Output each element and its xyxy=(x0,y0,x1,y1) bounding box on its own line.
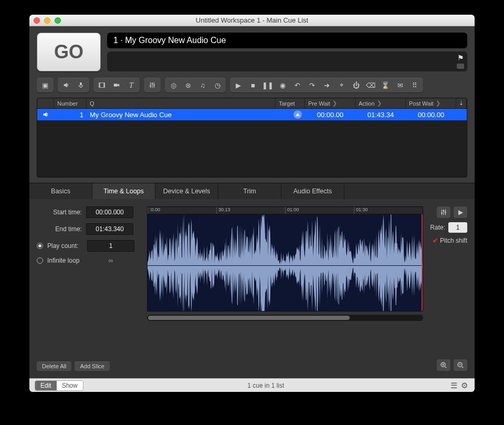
camera-icon[interactable] xyxy=(110,79,123,91)
app-window: Untitled Workspace 1 - Main Cue List GO … xyxy=(29,15,475,392)
delete-all-button[interactable]: Delete All xyxy=(37,361,71,371)
skip-icon[interactable]: ➜ xyxy=(320,79,333,91)
svg-rect-3 xyxy=(104,83,105,88)
waveform-controls: ▶ Rate: 1 ✔ Pitch shift xyxy=(430,206,467,371)
cue-header: 1 · My Groovy New Audio Cue ⚑ xyxy=(107,33,467,71)
col-number[interactable]: Number xyxy=(54,98,87,108)
chevron-right-icon: ❯ xyxy=(377,100,382,107)
cue-icon[interactable]: ⌖ xyxy=(334,79,348,91)
pause-icon[interactable]: ❚❚ xyxy=(261,79,275,91)
cue-row[interactable]: 1 My Groovy New Audio Cue 00:00.00 01:43… xyxy=(37,109,467,120)
redo-icon[interactable]: ↷ xyxy=(305,79,319,91)
waveform-scrollbar[interactable] xyxy=(147,315,423,321)
tab-audio-effects[interactable]: Audio Effects xyxy=(281,183,344,199)
power-icon[interactable]: ⏻ xyxy=(349,79,363,91)
stop-icon[interactable]: ■ xyxy=(246,79,260,91)
svg-point-12 xyxy=(445,212,446,213)
mic-icon[interactable] xyxy=(74,79,88,91)
titlebar: Untitled Workspace 1 - Main Cue List xyxy=(29,15,475,26)
toolbar-group-1: ▣ xyxy=(37,78,54,92)
cue-action: 01:43.34 xyxy=(355,109,406,120)
audio-icon[interactable] xyxy=(59,79,73,91)
infinite-loop-radio[interactable] xyxy=(37,257,43,264)
edit-show-toggle: Edit Show xyxy=(35,380,83,391)
col-target[interactable]: Target xyxy=(276,98,305,108)
stop-all-icon[interactable]: ▣ xyxy=(38,79,52,91)
cue-lists-icon[interactable]: ☰ xyxy=(448,381,459,390)
cue-prewait: 00:00.00 xyxy=(305,109,355,120)
globe-icon[interactable]: ⊛ xyxy=(181,79,195,91)
cue-list-body[interactable]: 1 My Groovy New Audio Cue 00:00.00 01:43… xyxy=(37,109,467,177)
tab-basics[interactable]: Basics xyxy=(29,183,92,199)
chat-icon[interactable]: ✉ xyxy=(393,79,407,91)
hourglass-icon[interactable]: ⌛ xyxy=(379,79,392,91)
time-ruler[interactable]: :0.00 30.13 01:00 01:30 xyxy=(148,207,423,214)
target-icon[interactable]: ◎ xyxy=(166,79,180,91)
levels-icon[interactable] xyxy=(145,79,159,91)
end-time-field[interactable]: 01:43.340 xyxy=(86,223,133,235)
window-title: Untitled Workspace 1 - Main Cue List xyxy=(29,16,475,24)
tab-trim[interactable]: Trim xyxy=(218,183,281,199)
checkmark-icon: ✔ xyxy=(433,237,438,244)
zoom-out-button[interactable] xyxy=(454,359,467,371)
col-prewait[interactable]: Pre Wait❯ xyxy=(305,98,355,108)
ruler-mark: :0.00 xyxy=(148,207,216,214)
show-mode-button[interactable]: Show xyxy=(57,381,83,390)
text-icon[interactable]: T xyxy=(124,79,138,91)
flag-icon[interactable]: ⚑ xyxy=(457,54,464,62)
settings-gear-icon[interactable]: ⚙ xyxy=(459,381,469,390)
tab-device-levels[interactable]: Device & Levels xyxy=(155,183,218,199)
target-indicator-icon[interactable] xyxy=(293,110,302,119)
inspector-body: Start time: 00:00.000 End time: 01:43.34… xyxy=(29,199,475,378)
pitch-shift-label: Pitch shift xyxy=(440,237,467,244)
inspector: Basics Time & Loops Device & Levels Trim… xyxy=(29,183,475,378)
pitch-shift-checkbox[interactable]: ✔ Pitch shift xyxy=(433,237,467,244)
cue-notes-field[interactable]: ⚑ xyxy=(107,51,467,71)
integrated-levels-button[interactable] xyxy=(437,206,450,218)
edit-mode-button[interactable]: Edit xyxy=(35,381,57,390)
svg-rect-4 xyxy=(114,84,118,86)
rate-field[interactable]: 1 xyxy=(448,222,467,233)
play-icon[interactable]: ▶ xyxy=(232,79,245,91)
add-slice-button[interactable]: Add Slice xyxy=(75,361,109,371)
col-action[interactable]: Action❯ xyxy=(355,98,406,108)
col-q[interactable]: Q xyxy=(87,98,276,108)
cue-postwait: 00:00.00 xyxy=(406,109,456,120)
start-time-field[interactable]: 00:00.000 xyxy=(86,206,133,218)
svg-point-6 xyxy=(152,83,153,85)
cue-list: Number Q Target Pre Wait❯ Action❯ Post W… xyxy=(37,98,467,178)
end-time-label: End time: xyxy=(37,225,82,233)
waveform-area: :0.00 30.13 01:00 01:30 xyxy=(147,206,423,371)
toolbar-group-4 xyxy=(144,78,161,92)
play-count-radio[interactable] xyxy=(37,243,43,249)
go-button[interactable]: GO xyxy=(37,33,101,71)
cue-list-header: Number Q Target Pre Wait❯ Action❯ Post W… xyxy=(37,98,467,109)
svg-rect-0 xyxy=(80,82,82,86)
video-icon[interactable] xyxy=(95,79,109,91)
tab-time-loops[interactable]: Time & Loops xyxy=(92,183,155,199)
start-time-label: Start time: xyxy=(37,209,82,216)
flag-column: ⚑ xyxy=(457,54,464,69)
preview-play-button[interactable]: ▶ xyxy=(454,206,467,218)
col-continue[interactable]: ⇣ xyxy=(456,98,467,108)
record-icon[interactable]: ◉ xyxy=(276,79,289,91)
toolbar-group-6: ▶ ■ ❚❚ ◉ ↶ ↷ ➜ ⌖ ⏻ ⌫ ⌛ ✉ ⠿ xyxy=(230,78,423,92)
waveform-view[interactable]: :0.00 30.13 01:00 01:30 xyxy=(147,206,423,312)
trash-icon[interactable]: ⌫ xyxy=(364,79,377,91)
col-postwait[interactable]: Post Wait❯ xyxy=(406,98,456,108)
music-icon[interactable]: ♫ xyxy=(196,79,209,91)
zoom-in-button[interactable] xyxy=(437,359,450,371)
waveform-icon xyxy=(148,214,423,312)
selected-cue-name[interactable]: 1 · My Groovy New Audio Cue xyxy=(107,33,467,48)
ruler-mark: 01:00 xyxy=(285,207,354,214)
chevron-right-icon: ❯ xyxy=(436,100,440,107)
play-count-field[interactable]: 1 xyxy=(87,240,134,252)
undo-icon[interactable]: ↶ xyxy=(290,79,304,91)
ruler-mark: 30.13 xyxy=(216,207,285,214)
timer-icon[interactable]: ◷ xyxy=(211,79,224,91)
cue-type-audio-icon xyxy=(37,109,54,120)
scrollbar-thumb[interactable] xyxy=(148,316,350,320)
grid-icon[interactable]: ⠿ xyxy=(408,79,422,91)
infinite-loop-label: Infinite loop xyxy=(47,257,83,264)
flag-color-box[interactable] xyxy=(457,64,464,69)
